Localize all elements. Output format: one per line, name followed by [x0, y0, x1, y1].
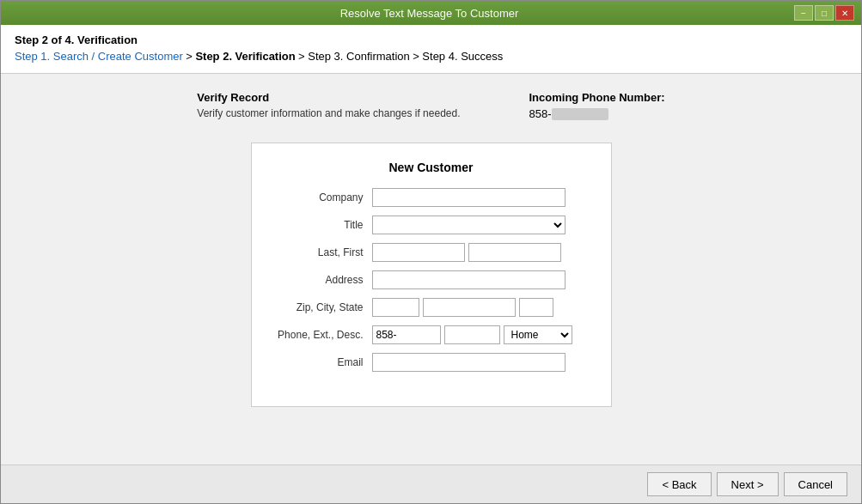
last-name-input[interactable] [372, 243, 465, 262]
title-label: Title [278, 219, 372, 231]
address-label: Address [278, 274, 372, 286]
company-input[interactable] [372, 188, 565, 207]
verify-section: Verify Record Verify customer informatio… [197, 91, 460, 120]
incoming-section: Incoming Phone Number: 858-███ ████ [529, 91, 665, 120]
name-row: Last, First [278, 243, 585, 262]
breadcrumb-step4: Step 4. Success [422, 50, 503, 63]
breadcrumb-sep1: > [186, 50, 195, 63]
phone-desc-select[interactable]: Home Work Cell Other [504, 325, 572, 344]
window-title: Resolve Text Message To Customer [64, 7, 794, 20]
masked-phone: ███ ████ [552, 108, 609, 120]
breadcrumb-step3: Step 3. Confirmation [308, 50, 410, 63]
breadcrumb-step1[interactable]: Step 1. Search / Create Customer [15, 50, 183, 63]
company-label: Company [278, 191, 372, 203]
zip-city-state-inputs [372, 298, 553, 317]
title-bar: Resolve Text Message To Customer − □ ✕ [1, 1, 861, 25]
zip-city-state-row: Zip, City, State [278, 298, 585, 317]
top-info-row: Verify Record Verify customer informatio… [35, 91, 827, 120]
close-button[interactable]: ✕ [835, 5, 854, 21]
minimize-button[interactable]: − [794, 5, 813, 21]
form-title: New Customer [278, 161, 585, 174]
phone-label: Phone, Ext., Desc. [278, 329, 372, 341]
company-row: Company [278, 188, 585, 207]
first-name-input[interactable] [468, 243, 561, 262]
main-window: Resolve Text Message To Customer − □ ✕ S… [0, 0, 862, 504]
breadcrumb-sep3: > [413, 50, 422, 63]
breadcrumb-sep2: > [298, 50, 308, 63]
phone-row: Phone, Ext., Desc. Home Work Cell Other [278, 325, 585, 344]
phone-inputs: Home Work Cell Other [372, 325, 572, 344]
content-area: Step 2 of 4. Verification Step 1. Search… [1, 25, 861, 503]
verify-title: Verify Record [197, 91, 460, 104]
step-title: Step 2 of 4. Verification [15, 33, 847, 46]
incoming-phone-number: 858-███ ████ [529, 107, 665, 120]
ext-input[interactable] [444, 325, 500, 344]
title-row: Title Mr. Mrs. Ms. Dr. [278, 216, 585, 234]
next-button[interactable]: Next > [717, 472, 779, 496]
email-input[interactable] [372, 353, 565, 372]
name-inputs [372, 243, 561, 262]
last-first-label: Last, First [278, 246, 372, 258]
back-button[interactable]: < Back [647, 472, 711, 496]
title-select[interactable]: Mr. Mrs. Ms. Dr. [372, 216, 565, 234]
zip-input[interactable] [372, 298, 419, 317]
state-input[interactable] [519, 298, 553, 317]
address-input[interactable] [372, 270, 565, 289]
breadcrumb: Step 1. Search / Create Customer > Step … [15, 50, 847, 63]
step-header: Step 2 of 4. Verification Step 1. Search… [1, 25, 861, 74]
main-content: Verify Record Verify customer informatio… [1, 74, 861, 465]
phone-input[interactable] [372, 325, 441, 344]
email-row: Email [278, 353, 585, 372]
address-row: Address [278, 270, 585, 289]
email-label: Email [278, 356, 372, 368]
incoming-phone-label: Incoming Phone Number: [529, 91, 665, 104]
form-container: New Customer Company Title Mr. Mrs. Ms. … [251, 143, 612, 407]
zip-city-state-label: Zip, City, State [278, 301, 372, 313]
bottom-bar: < Back Next > Cancel [1, 465, 861, 503]
maximize-button[interactable]: □ [815, 5, 834, 21]
window-controls: − □ ✕ [794, 5, 854, 21]
city-input[interactable] [423, 298, 516, 317]
verify-desc: Verify customer information and make cha… [197, 107, 460, 119]
breadcrumb-step2: Step 2. Verification [195, 50, 295, 63]
cancel-button[interactable]: Cancel [784, 472, 847, 496]
